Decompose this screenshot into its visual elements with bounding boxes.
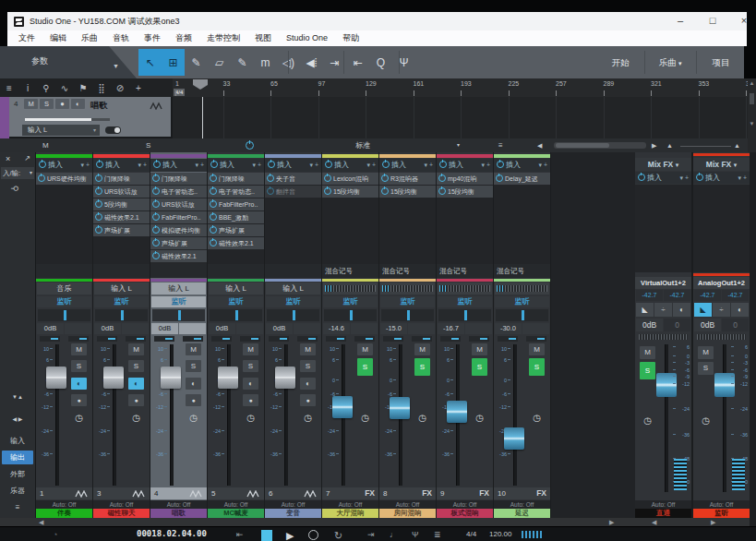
output-label[interactable]: 直通	[635, 509, 691, 518]
io-selector[interactable]: 入/输:▾	[1, 167, 34, 179]
params-dropdown[interactable]: 参数 ▼	[0, 46, 137, 78]
insert-slot[interactable]: 电子管动态..	[150, 186, 207, 198]
add-track-icon[interactable]: +	[129, 83, 148, 93]
monitor-button[interactable]: ◐	[71, 378, 87, 390]
timeline-ruler[interactable]: 4/4 1336597129161193225257289321353385	[173, 78, 748, 98]
plugin-power-icon[interactable]	[210, 174, 217, 182]
plugin-power-icon[interactable]	[324, 187, 331, 195]
menu-7[interactable]: 视图	[247, 30, 279, 46]
quantize-icon[interactable]: ≣	[434, 530, 441, 539]
fader-handle[interactable]	[504, 427, 524, 450]
plugin-power-icon[interactable]	[95, 213, 102, 221]
clock-icon[interactable]: ◷	[529, 412, 545, 424]
song-page-button[interactable]: 乐曲 ▾	[646, 46, 694, 78]
preset-select[interactable]: 标准	[355, 139, 370, 151]
fader-handle[interactable]	[332, 396, 353, 418]
fader-handle[interactable]	[275, 367, 295, 389]
pan-slider[interactable]	[267, 309, 319, 321]
plugin-power-icon[interactable]	[210, 187, 217, 195]
mute-button[interactable]: M	[698, 346, 714, 359]
inserts-header[interactable]: 插入▾ +	[265, 159, 321, 172]
plugin-power-icon[interactable]	[152, 174, 160, 182]
fader-handle[interactable]	[447, 401, 467, 423]
fader-handle[interactable]	[103, 367, 124, 389]
insert-slot[interactable]: mp40混响	[437, 173, 493, 185]
inserts-header[interactable]: 插入▾ +	[322, 159, 378, 172]
gain-value[interactable]: -14.6	[323, 323, 350, 334]
pan-toggle-icon[interactable]: ◐	[673, 303, 690, 317]
inserts-header[interactable]: 插入▾ +	[635, 172, 691, 184]
global-solo-button[interactable]: S	[146, 139, 150, 151]
channel-number-row[interactable]: 5	[208, 487, 264, 499]
sends-row[interactable]	[265, 264, 321, 278]
insert-slot[interactable]: 磁性效果2.1	[208, 237, 264, 249]
insert-slot[interactable]: 磁性效果2.1	[150, 250, 207, 262]
mixer-channel-伴奏[interactable]: 插入▾ + URS硬件均衡 音乐 监听 0dB 1060-6-12-24-36 …	[36, 152, 92, 518]
menu-6[interactable]: 走带控制	[199, 30, 247, 46]
gain-value[interactable]: -15.0	[380, 323, 407, 334]
maximize-button[interactable]: □	[698, 12, 727, 30]
solo-button[interactable]: S	[300, 360, 316, 372]
mute-button[interactable]: M	[71, 343, 87, 355]
plugin-power-icon[interactable]	[381, 174, 389, 182]
clock-icon[interactable]: ◷	[472, 412, 487, 424]
mute-button[interactable]: M	[529, 343, 545, 355]
insert-slot[interactable]: Delay_延迟	[494, 173, 550, 185]
pan-slider[interactable]	[381, 309, 434, 321]
gain-value[interactable]: 0dB	[266, 323, 293, 334]
listen-button[interactable]: 监听	[151, 296, 206, 307]
gain-value[interactable]: 0dB	[636, 319, 663, 331]
fader-handle[interactable]	[218, 367, 238, 389]
solo-button[interactable]: S	[71, 360, 87, 372]
mixer-channel-变音[interactable]: 插入▾ + 夹子音翻拌音 输入 L 监听 0dB 1060-6-12-24-36…	[265, 152, 321, 518]
clock-icon[interactable]: ◷	[128, 412, 144, 424]
arrange-grid[interactable]	[173, 97, 748, 138]
record-button[interactable]	[308, 530, 318, 540]
channel-number-row[interactable]: 6	[265, 487, 321, 499]
automation-mode[interactable]: Auto: Off	[208, 500, 264, 509]
mute-button[interactable]: M	[128, 343, 144, 355]
mixer-channel-房间混响[interactable]: 插入▾ + R3混响器15段均衡 混合记号 监听 -15.0 1060-6-12…	[379, 152, 436, 518]
time-display[interactable]: 00018.02.04.00	[137, 529, 207, 538]
record-arm-button[interactable]: ●	[186, 394, 201, 406]
channel-number-row[interactable]: 1	[36, 487, 92, 499]
channel-input[interactable]: 输入 L	[209, 283, 263, 295]
automation-mode[interactable]: Auto: Off	[150, 500, 207, 509]
paint-tool[interactable]: ✎	[231, 49, 254, 76]
grid-icon[interactable]: ⣿	[92, 83, 111, 93]
listen-button[interactable]: 监听	[94, 296, 149, 307]
plugin-power-icon[interactable]	[324, 174, 331, 182]
clock-icon[interactable]: ◷	[71, 412, 87, 424]
list-icon[interactable]: ≡	[0, 83, 18, 93]
inserts-header[interactable]: 插入▾ +	[93, 159, 150, 172]
mute-button[interactable]: M	[186, 343, 201, 355]
channel-number-row[interactable]: 9FX	[437, 487, 493, 499]
plugin-power-icon[interactable]	[210, 213, 217, 221]
pan-value[interactable]	[65, 323, 91, 334]
plugin-power-icon[interactable]	[267, 187, 274, 195]
gain-value[interactable]: 0dB	[94, 323, 121, 334]
solo-button[interactable]: S	[529, 358, 545, 376]
playhead-marker[interactable]	[193, 79, 208, 90]
scroll-left-icon[interactable]: ◀	[537, 139, 542, 151]
inserts-header[interactable]: 插入▾ +	[379, 159, 436, 172]
stop-button[interactable]	[261, 530, 272, 541]
loop-icon[interactable]: ↻	[334, 530, 342, 541]
sidebar-item-inputs[interactable]: 输入	[2, 434, 33, 448]
mixfx-header[interactable]: Mix FX ▾	[693, 158, 750, 171]
channel-input[interactable]: 输入 L	[266, 283, 320, 295]
insert-slot[interactable]: Lexicon混响	[322, 173, 378, 185]
pan-value[interactable]	[408, 323, 435, 334]
fader-handle[interactable]	[390, 397, 410, 419]
split-tool[interactable]: ✎	[185, 49, 208, 76]
hamburger-icon[interactable]: ≡	[498, 139, 503, 151]
inserts-header[interactable]: 插入▾ +	[494, 159, 550, 172]
automation-mode[interactable]: Auto: Off	[379, 500, 436, 509]
minimize-button[interactable]: –	[666, 12, 695, 30]
metronome2-icon[interactable]: ♩	[390, 530, 398, 539]
solo-button[interactable]: S	[414, 358, 430, 376]
monitor-button[interactable]: ◐	[243, 378, 258, 390]
pan-value[interactable]	[351, 323, 378, 334]
plugin-power-icon[interactable]	[496, 174, 503, 182]
track-header[interactable]: 4 M S ● ◐ 唱歌 输入 L▾	[9, 97, 171, 137]
